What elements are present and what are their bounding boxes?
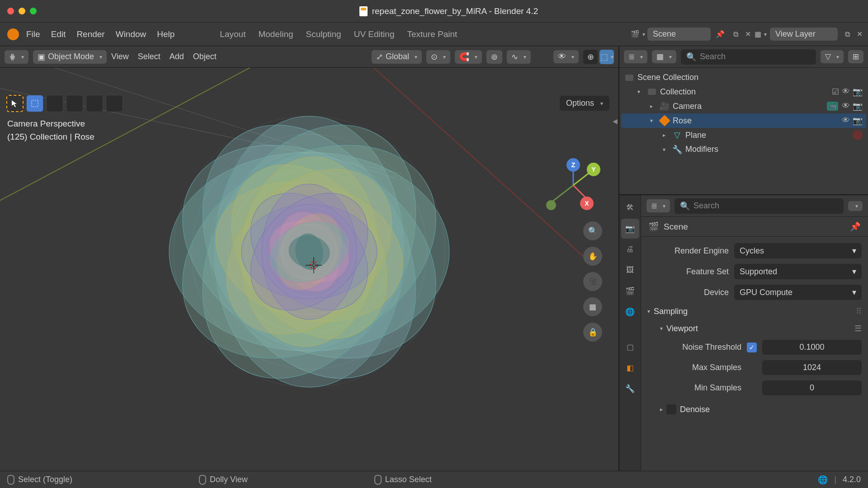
gizmo-toggle-button[interactable]: ⊕ (583, 50, 598, 64)
axis-z-button[interactable]: Z (566, 158, 580, 172)
editor-type-dropdown[interactable]: ⋕ (5, 50, 28, 64)
window-minimize-button[interactable] (19, 8, 25, 14)
workspace-texture-paint[interactable]: Texture Paint (407, 29, 457, 39)
workspace-sculpting[interactable]: Sculpting (306, 29, 341, 39)
workspace-modeling[interactable]: Modeling (258, 29, 293, 39)
properties-options-button[interactable] (848, 201, 863, 211)
tab-output[interactable]: 🖨 (621, 239, 639, 259)
zoom-button[interactable]: 🔍 (583, 221, 602, 240)
axis-x-button[interactable]: X (580, 197, 594, 210)
menu-edit[interactable]: Edit (51, 29, 66, 39)
outliner-new-collection-button[interactable]: ⊞ (848, 50, 863, 63)
tool-select-box[interactable] (6, 95, 24, 112)
window-close-button[interactable] (7, 8, 14, 14)
denoise-panel-header[interactable]: ▸ Denoise (660, 398, 862, 418)
navigation-gizmo[interactable]: Z Y X (546, 158, 600, 212)
eye-icon[interactable]: 👁 (842, 87, 850, 97)
outliner-search-input[interactable]: 🔍 Search (681, 49, 816, 65)
preset-list-icon[interactable]: ☰ (854, 324, 862, 333)
properties-editor-dropdown[interactable]: ≣ (646, 199, 670, 212)
view-layer-field[interactable]: View Layer (770, 28, 838, 41)
camera-view-button[interactable]: 🎥 (583, 272, 602, 291)
visibility-dropdown[interactable]: 👁 (553, 50, 579, 63)
noise-threshold-checkbox[interactable]: ✓ (747, 343, 757, 352)
layer-browse-button[interactable]: ▦ (755, 28, 766, 40)
outliner-display-mode[interactable]: ▦ (652, 50, 676, 63)
max-samples-field[interactable]: 1024 (762, 360, 862, 375)
tab-scene[interactable]: 🎬 (621, 281, 639, 301)
pivot-dropdown[interactable]: ⊙ (426, 50, 450, 64)
min-samples-field[interactable]: 0 (762, 380, 862, 395)
vp-menu-object[interactable]: Object (193, 52, 217, 61)
scene-name-field[interactable]: Scene (647, 28, 711, 41)
pan-button[interactable]: ✋ (583, 247, 602, 266)
sampling-panel-header[interactable]: ▾ Sampling ⠿ (647, 303, 862, 320)
tree-scene-collection[interactable]: Scene Collection (621, 70, 866, 84)
orientation-dropdown[interactable]: ⤢ Global (372, 50, 422, 64)
tree-rose[interactable]: ▾ Rose 👁📷 (621, 113, 866, 128)
perspective-toggle-button[interactable]: ▦ (583, 297, 602, 316)
scene-pin-icon[interactable]: 📌 (714, 28, 726, 40)
tool-select-circle[interactable] (46, 95, 63, 112)
workspace-layout[interactable]: Layout (220, 29, 245, 39)
tab-modifiers[interactable]: ◧ (621, 358, 639, 378)
tree-collection[interactable]: ▾ Collection ☑👁📷 (621, 84, 866, 99)
tab-view-layer[interactable]: 🖼 (621, 260, 639, 280)
scene-delete-button[interactable]: ✕ (745, 30, 751, 38)
tree-camera[interactable]: ▸ 🎥 Camera 📹 👁📷 (621, 99, 866, 113)
feature-set-dropdown[interactable]: Supported▾ (734, 264, 862, 279)
render-icon[interactable]: 📷 (853, 101, 863, 111)
tab-tool[interactable]: 🛠 (621, 198, 639, 218)
outliner-filter-button[interactable]: ▽ (821, 50, 844, 63)
tab-world[interactable]: 🌐 (621, 302, 639, 322)
properties-search-input[interactable]: 🔍 Search (675, 198, 844, 214)
eye-icon[interactable]: 👁 (842, 101, 850, 111)
vp-menu-select[interactable]: Select (138, 52, 160, 61)
viewport-sampling-header[interactable]: ▾ Viewport ☰ (660, 320, 862, 337)
layer-delete-button[interactable]: ✕ (857, 30, 863, 38)
window-maximize-button[interactable] (30, 8, 37, 14)
disclosure-icon[interactable]: ▸ (650, 103, 656, 109)
viewport-3d[interactable]: Camera Perspective (125) Collection | Ro… (0, 68, 618, 471)
noise-threshold-field[interactable]: 0.1000 (762, 340, 862, 355)
lock-view-button[interactable]: 🔒 (583, 323, 602, 342)
tree-modifiers[interactable]: ▾ 🔧 Modifiers (621, 142, 866, 156)
vp-menu-add[interactable]: Add (170, 52, 184, 61)
disclosure-icon[interactable]: ▾ (663, 146, 669, 153)
axis-y-button[interactable]: Y (587, 163, 600, 176)
tool-select-lasso[interactable] (66, 95, 83, 112)
menu-window[interactable]: Window (116, 29, 146, 39)
sidebar-collapse-icon[interactable]: ◀ (613, 117, 618, 125)
menu-file[interactable]: File (26, 29, 40, 39)
render-icon[interactable]: 📷 (853, 116, 863, 126)
render-engine-dropdown[interactable]: Cycles▾ (734, 243, 862, 258)
tool-rotate[interactable] (106, 95, 123, 112)
pin-icon[interactable]: 📌 (850, 221, 861, 232)
tab-render[interactable]: 📷 (621, 219, 639, 239)
disclosure-icon[interactable]: ▸ (663, 132, 669, 138)
tool-cursor[interactable] (26, 95, 43, 112)
disclosure-icon[interactable]: ▾ (650, 117, 656, 124)
workspace-uv-editing[interactable]: UV Editing (354, 29, 395, 39)
layer-new-button[interactable]: ⧉ (841, 28, 853, 40)
viewport-options-dropdown[interactable]: Options (560, 96, 609, 111)
scene-new-button[interactable]: ⧉ (730, 28, 741, 40)
blender-logo-icon[interactable] (7, 28, 19, 40)
menu-render[interactable]: Render (76, 29, 104, 39)
menu-help[interactable]: Help (157, 29, 175, 39)
proportional-falloff-dropdown[interactable]: ∿ (507, 50, 531, 64)
mode-dropdown[interactable]: ▣ Object Mode (33, 50, 107, 64)
denoise-checkbox[interactable] (666, 404, 676, 414)
tab-object-data[interactable]: 🔧 (621, 379, 639, 399)
overlay-toggle-button[interactable]: ⬚ (599, 50, 614, 64)
device-dropdown[interactable]: GPU Compute▾ (734, 285, 862, 300)
tool-move[interactable] (86, 95, 103, 112)
scene-browse-button[interactable]: 🎬 (632, 28, 644, 40)
outliner-editor-dropdown[interactable]: ≣ (624, 50, 647, 63)
tree-plane[interactable]: ▸ ▽ Plane (621, 128, 866, 142)
eye-icon[interactable]: 👁 (842, 116, 850, 126)
vp-menu-view[interactable]: View (111, 52, 129, 61)
tab-object[interactable]: ▢ (621, 337, 639, 357)
drag-handle-icon[interactable]: ⠿ (856, 306, 862, 316)
disclosure-icon[interactable]: ▾ (637, 89, 644, 95)
